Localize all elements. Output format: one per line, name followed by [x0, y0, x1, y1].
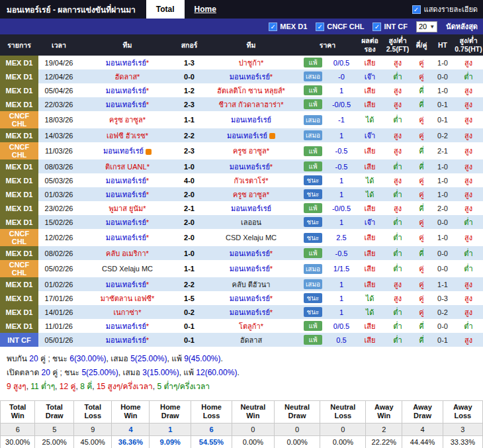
home-team-name[interactable]: คลับ อเมริกา — [106, 249, 146, 257]
over-under-ht: ต่ำ — [454, 215, 483, 229]
col-header-handicap-result: ผลต่อรอง — [356, 34, 384, 56]
footer-value: 6 — [191, 423, 232, 435]
league-badge: MEX D1 — [0, 305, 38, 319]
checkbox-icon[interactable]: ✓ — [269, 22, 277, 31]
away-team-name[interactable]: ฮัดลาส — [240, 336, 263, 344]
handicap-result: เสีย — [356, 56, 384, 69]
checkbox-icon[interactable]: ✓ — [316, 22, 324, 31]
league-badge: MEX D1 — [0, 201, 38, 215]
away-team-name[interactable]: เลออน — [241, 218, 261, 226]
away-team-name[interactable]: ครูซ อาซูล — [233, 147, 267, 155]
ht-score: 1-0 — [431, 159, 454, 173]
handicap-result: เสีย — [356, 97, 384, 111]
ht-score: 1-0 — [431, 83, 454, 97]
match-date: 05/04/26 — [38, 83, 79, 97]
league-filter-mex-d1[interactable]: ✓MEX D1 — [269, 22, 307, 31]
league-badge: MEX D1 — [0, 173, 38, 187]
footer-value: 4 — [402, 423, 443, 435]
over-under-ft: ต่ำ — [384, 159, 412, 173]
match-date: 22/03/26 — [38, 97, 79, 111]
ht-score: 2-0 — [431, 201, 454, 215]
over-under-ht: สูง — [454, 277, 483, 291]
handicap-value: 1 — [327, 128, 356, 142]
match-date: 05/01/26 — [38, 333, 79, 347]
away-team-name[interactable]: ชีวาส กัวดาลาฮาร่า — [219, 101, 281, 109]
home-team-name[interactable]: มอนเทอร์เรย์ — [103, 147, 144, 155]
col-header-score: สกอร์ — [175, 34, 203, 56]
match-date: 15/02/26 — [38, 215, 79, 229]
home-team-name[interactable]: มาซัตลาน เอฟซี — [101, 294, 152, 302]
ht-score: 0-1 — [431, 111, 454, 128]
home-team-name[interactable]: มอนเทอร์เรย์ — [106, 87, 146, 95]
match-row: MEX D114/03/26เอฟซี ฮัวเรซ*2-2มอนเทอร์เร… — [0, 128, 483, 142]
away-team-name[interactable]: มอนเทอร์เรย์ — [230, 249, 270, 257]
topbar: มอนเทอร์เรย์ - ผลการแข่งขันที่ผ่านมา Tot… — [0, 0, 483, 19]
league-filter-int-cf[interactable]: ✓INT CF — [373, 22, 407, 31]
away-team-name[interactable]: มอนเทอร์เรย์ — [230, 265, 270, 273]
league-badge: MEX D1 — [0, 56, 38, 69]
away-team-name[interactable]: ฮัตเลติโก ซาน หลุยส์ — [217, 87, 283, 95]
home-team-name[interactable]: มอนเทอร์เรย์ — [106, 322, 146, 330]
summary-segment: , เสมอ — [107, 354, 131, 363]
away-team-name[interactable]: คลับ ตีฮัวนา — [232, 281, 271, 289]
home-team-name[interactable]: ติเกรส UANL — [105, 163, 147, 171]
over-under-ft: ต่ำ — [384, 187, 412, 201]
summary-segment: 9(45.00%) — [184, 354, 220, 363]
tab-total[interactable]: Total — [146, 0, 185, 19]
home-team-name[interactable]: มอนเทอร์เรย์ — [106, 336, 146, 344]
match-date: 11/03/26 — [38, 142, 79, 159]
home-team-name[interactable]: พูมาส ยูนัม — [109, 204, 144, 212]
home-team-name[interactable]: ครูซ อาซูล — [109, 116, 143, 124]
tab-home[interactable]: Home — [185, 0, 226, 19]
league-filter-group: ✓MEX D1✓CNCF CHL✓INT CF — [269, 22, 408, 31]
away-team-name[interactable]: มอนเทอร์เรย์ — [230, 73, 270, 81]
away-team-name[interactable]: มอนเทอร์เรย์ — [231, 116, 271, 124]
result-badge: ชนะ — [304, 175, 322, 185]
handicap-value: -0.5 — [327, 159, 356, 173]
away-team-name[interactable]: มอนเทอร์เรย์ — [227, 132, 267, 140]
home-team-name[interactable]: มอนเทอร์เรย์ — [106, 218, 146, 226]
match-row: MEX D108/03/26ติเกรส UANL*1-0มอนเทอร์เรย… — [0, 159, 483, 173]
page-title: มอนเทอร์เรย์ - ผลการแข่งขันที่ผ่านมา — [0, 3, 142, 16]
handicap-value: 0/0.5 — [327, 319, 356, 333]
league-filter-cncf-chl[interactable]: ✓CNCF CHL — [316, 22, 364, 31]
away-team-name[interactable]: มอนเทอร์เรย์ — [230, 308, 270, 316]
match-row: MEX D117/01/26มาซัตลาน เอฟซี*1-5มอนเทอร์… — [0, 291, 483, 305]
home-team-name[interactable]: มอนเทอร์เรย์ — [106, 281, 146, 289]
result-badge: เสมอ — [304, 115, 322, 125]
away-team-name[interactable]: มอนเทอร์เรย์ — [230, 163, 270, 171]
home-team-name[interactable]: เนกาซ่า — [113, 308, 138, 316]
match-count-select[interactable]: 20 ▼ — [416, 21, 437, 32]
tab-bar: Total Home — [146, 0, 226, 19]
away-team-name[interactable]: กัวเรตาโร่ — [234, 177, 266, 185]
odd-even: คี่ — [412, 159, 431, 173]
away-team-name[interactable]: CSD Xelaju MC — [226, 234, 277, 242]
checkbox-icon[interactable]: ✓ — [373, 22, 381, 31]
show-details-toggle[interactable]: ✓ แสดงรายละเอียด — [412, 3, 483, 15]
league-badge: MEX D1 — [0, 215, 38, 229]
checkbox-icon[interactable]: ✓ — [412, 5, 421, 14]
over-under-ht: ต่ำ — [454, 260, 483, 277]
home-team-name[interactable]: มอนเทอร์เรย์ — [106, 191, 146, 199]
away-team-name[interactable]: มอนเทอร์เรย์ — [231, 204, 271, 212]
ht-score: 0-2 — [431, 128, 454, 142]
footer-value: 4 — [112, 423, 150, 435]
match-date: 18/03/26 — [38, 111, 79, 128]
home-team-name[interactable]: มอนเทอร์เรย์ — [106, 234, 146, 242]
away-team-name[interactable]: ครูซ อาซูล — [233, 191, 267, 199]
match-row: MEX D101/03/26มอนเทอร์เรย์*2-0ครูซ อาซูล… — [0, 187, 483, 201]
home-team-name[interactable]: เอฟซี ฮัวเรซ — [107, 132, 146, 140]
over-under-ft: สูง — [384, 291, 412, 305]
stats-table: Total WinTotal DrawTotal LossHome WinHom… — [0, 400, 483, 448]
match-row: CNCF CHL18/03/26ครูซ อาซูล*1-1มอนเทอร์เร… — [0, 111, 483, 128]
home-team-name[interactable]: ฮัดลาส — [115, 73, 138, 81]
result-badge: แพ้ — [304, 203, 322, 213]
away-team-name[interactable]: โตลูก้า — [239, 322, 261, 330]
away-team-name[interactable]: มอนเทอร์เรย์ — [230, 294, 270, 302]
away-team-name[interactable]: ปาชูก้า — [239, 59, 261, 67]
home-team-name[interactable]: CSD Xelaju MC — [102, 265, 153, 273]
handicap-value: 1 — [327, 187, 356, 201]
home-team-name[interactable]: มอนเทอร์เรย์ — [106, 101, 146, 109]
home-team-name[interactable]: มอนเทอร์เรย์ — [106, 59, 146, 67]
home-team-name[interactable]: มอนเทอร์เรย์ — [106, 177, 146, 185]
